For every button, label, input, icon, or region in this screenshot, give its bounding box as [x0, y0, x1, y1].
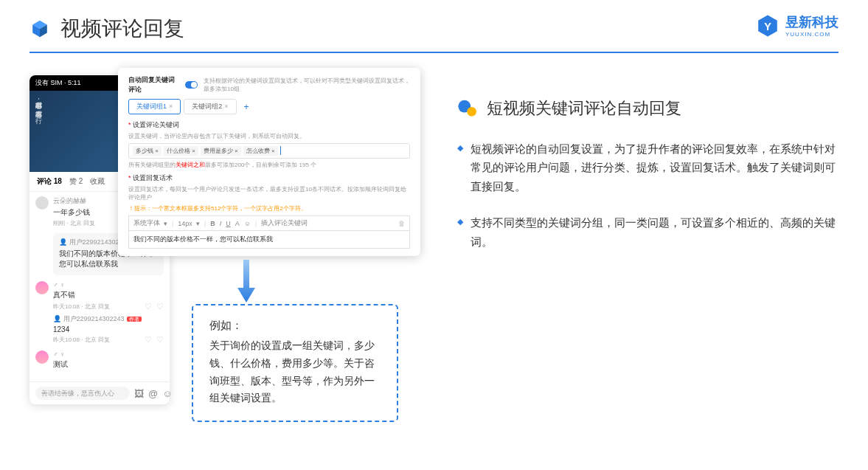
bullet-item: ◆ 短视频评论的自动回复设置，为了提升作者的评论回复效率，在系统中针对常见的评论… — [457, 140, 839, 196]
page-title: 视频评论回复 — [60, 15, 184, 43]
reply-editor[interactable]: 我们不同的版本价格不一样，您可以私信联系我 — [128, 231, 410, 249]
diamond-bullet-icon: ◆ — [457, 143, 463, 196]
bullet-item: ◆ 支持不同类型的关键词分组，同一类问题，可设置多个相近的、高频的关键词。 — [457, 214, 839, 252]
keyword-input[interactable]: 多少钱 × 什么价格 × 费用是多少 × 怎么收费 × — [128, 143, 410, 159]
example-callout: 例如： 关于询价的设置成一组关键词，多少钱、什么价格，费用多少等。关于咨询班型、… — [192, 304, 398, 422]
tab-favs[interactable]: 收藏 — [90, 176, 105, 187]
underline-icon[interactable]: U — [226, 220, 231, 227]
dislike-icon[interactable]: ♡ — [156, 302, 164, 311]
brand-logo: Y 昱新科技 YUUXIN.COM — [756, 13, 839, 38]
avatar — [35, 281, 49, 294]
svg-point-2 — [467, 107, 476, 117]
comment-input-row: 🖼 @ ☺ — [29, 381, 170, 404]
keyword-settings-panel: 自动回复关键词评论 支持根据评论的关键词设置回复话术，可以针对不同类型关键词设置… — [118, 68, 420, 256]
keyword-tag[interactable]: 多少钱 × — [133, 146, 162, 156]
reply-section-label: 设置回复话术 — [128, 173, 410, 183]
auto-reply-desc: 支持根据评论的关键词设置回复话术，可以针对不同类型关键词设置回复话术，最多添加1… — [204, 77, 410, 93]
auto-reply-label: 自动回复关键词评论 — [128, 75, 179, 94]
tab-comments[interactable]: 评论 18 — [37, 176, 62, 187]
emoji-icon[interactable]: ☺ — [162, 388, 172, 399]
emoji-icon[interactable]: ☺ — [244, 220, 251, 227]
tab-keyword-group-2[interactable]: 关键词组2× — [184, 99, 236, 114]
tab-likes[interactable]: 赞 2 — [69, 176, 83, 187]
reply-section-desc: 设置回复话术，每回复一个用户评论只发送一条话术，最多支持设置10条不同话术。按添… — [128, 185, 410, 201]
italic-icon[interactable]: I — [220, 220, 222, 227]
logo-mark-icon: Y — [756, 14, 780, 38]
heart-icon[interactable]: ♡ — [145, 302, 152, 311]
delete-icon[interactable]: 🗑 — [398, 220, 405, 227]
auto-reply-toggle[interactable] — [185, 81, 198, 89]
chat-bubble-icon — [457, 98, 478, 119]
image-icon[interactable]: 🖼 — [134, 388, 144, 399]
size-select[interactable]: 14px — [178, 220, 192, 227]
add-tab-button[interactable]: + — [240, 102, 254, 112]
keyword-tag[interactable]: 什么价格 × — [164, 146, 198, 156]
comment-item: ♂ ♀ 真不错 昨天10:08 · 北京 回复♡♡ 👤 用户2299214302… — [35, 281, 164, 345]
arrow-down-icon — [236, 260, 257, 307]
keyword-hint: 所有关键词组里的关键词之和最多可添加200个，目前剩余可添加 195 个 — [128, 161, 410, 169]
comment-input[interactable] — [35, 387, 130, 400]
section-heading: 短视频关键词评论自动回复 — [457, 97, 839, 120]
avatar — [35, 350, 49, 364]
reply-tip: ！提示：一个富文本框最多支持512个字符，一个汉字占用2个字符。 — [128, 204, 410, 212]
keyword-section-label: 设置评论关键词 — [128, 120, 410, 130]
tab-keyword-group-1[interactable]: 关键词组1× — [128, 99, 181, 114]
svg-text:Y: Y — [764, 20, 771, 32]
header-divider — [29, 52, 839, 53]
cube-icon — [29, 18, 50, 39]
section-title: 短视频关键词评论自动回复 — [487, 97, 681, 120]
color-icon[interactable]: A — [235, 220, 240, 227]
font-select[interactable]: 系统字体 — [133, 218, 160, 228]
editor-toolbar: 系统字体 ▾ | 14px ▾ | B I U A ☺ | 插入评论关键词 🗑 — [128, 215, 410, 231]
keyword-tag[interactable]: 怎么收费 × — [243, 146, 278, 156]
comment-item: ♂ ♀ 测试 — [35, 350, 164, 371]
avatar — [35, 196, 49, 210]
example-title: 例如： — [209, 319, 381, 333]
diamond-bullet-icon: ◆ — [457, 217, 463, 252]
keyword-tag[interactable]: 费用是多少 × — [201, 146, 241, 156]
insert-keyword-button[interactable]: 插入评论关键词 — [261, 218, 308, 228]
page-header: 视频评论回复 — [0, 0, 868, 52]
example-body: 关于询价的设置成一组关键词，多少钱、什么价格，费用多少等。关于咨询班型、版本、型… — [209, 337, 381, 407]
brand-sub: YUUXIN.COM — [785, 31, 839, 38]
keyword-section-desc: 设置关键词，当评论里内容包含了以下关键词，则系统可自动回复。 — [128, 132, 410, 140]
bold-icon[interactable]: B — [210, 220, 215, 227]
brand-name: 昱新科技 — [785, 15, 839, 30]
mention-icon[interactable]: @ — [148, 388, 158, 399]
